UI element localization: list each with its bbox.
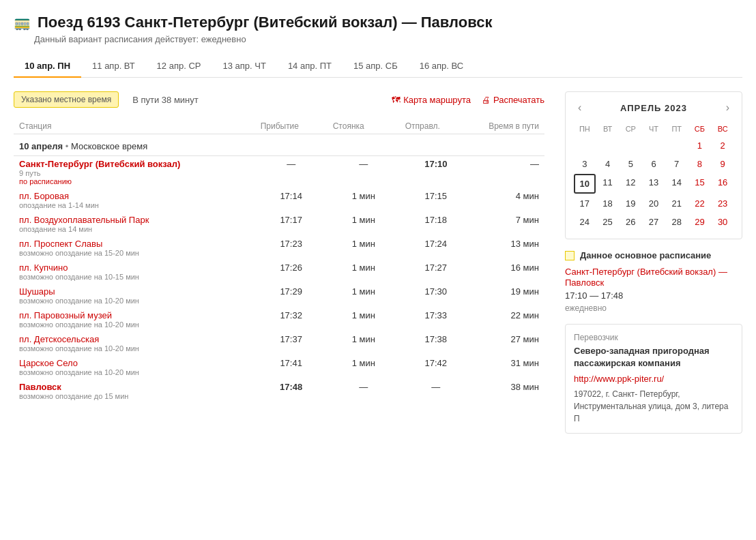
travel-5: 19 мин	[472, 284, 544, 308]
cal-day-10[interactable]: 10	[574, 174, 596, 194]
map-link[interactable]: 🗺 Карта маршрута	[392, 95, 471, 105]
travel-0: —	[472, 156, 544, 189]
col-header-station: Станция	[14, 119, 255, 134]
cal-day-25[interactable]: 25	[597, 213, 619, 230]
cal-day-empty	[643, 137, 665, 154]
cal-header-ПТ: ПТ	[666, 122, 688, 136]
stop-4: 1 мин	[328, 260, 400, 284]
tab-4[interactable]: 14 апр. ПТ	[277, 55, 343, 77]
cal-day-11[interactable]: 11	[597, 174, 619, 194]
carrier-address: 197022, г. Санкт- Петербург, Инструмента…	[574, 388, 733, 425]
cal-day-8[interactable]: 8	[689, 155, 711, 172]
station-link-9[interactable]: Павловск	[19, 382, 61, 392]
depart-1: 17:15	[400, 188, 472, 212]
schedule-table: Станция Прибытие Стоянка Отправл. Время …	[14, 119, 544, 403]
cal-day-5[interactable]: 5	[620, 155, 641, 172]
cal-day-21[interactable]: 21	[666, 195, 688, 212]
cal-day-2[interactable]: 2	[712, 137, 733, 154]
cal-day-empty	[597, 137, 619, 154]
cal-day-16[interactable]: 16	[712, 174, 733, 194]
depart-2: 17:18	[400, 212, 472, 236]
cal-day-23[interactable]: 23	[712, 195, 733, 212]
station-link-0[interactable]: Санкт-Петербург (Витебский вокзал)	[19, 159, 180, 169]
table-row: пл. Детскосельскаявозможно опоздание на …	[14, 331, 544, 355]
stop-3: 1 мин	[328, 236, 400, 260]
station-link-3[interactable]: пл. Проспект Славы	[19, 239, 102, 249]
carrier-label: Перевозчик	[574, 333, 733, 342]
cal-day-4[interactable]: 4	[597, 155, 619, 172]
travel-6: 22 мин	[472, 308, 544, 331]
cal-day-9[interactable]: 9	[712, 155, 733, 172]
calendar: ‹ АПРЕЛЬ 2023 › ПНВТСРЧТПТСБВС1234567891…	[565, 91, 742, 239]
station-link-2[interactable]: пл. Воздухоплавательный Парк	[19, 215, 149, 225]
col-header-stop: Стоянка	[328, 119, 400, 134]
cal-day-12[interactable]: 12	[620, 174, 641, 194]
tab-0[interactable]: 10 апр. ПН	[14, 55, 81, 78]
tab-3[interactable]: 13 апр. ЧТ	[212, 55, 276, 77]
station-link-7[interactable]: пл. Детскосельская	[19, 334, 99, 344]
arrival-8: 17:41	[255, 355, 328, 379]
station-link-4[interactable]: пл. Купчино	[19, 262, 68, 273]
stop-9: —	[328, 379, 400, 403]
cal-day-15[interactable]: 15	[689, 174, 711, 194]
table-row: пл. Бороваяопоздание на 1-14 мин17:141 м…	[14, 188, 544, 212]
station-note-4: возможно опоздание на 10-15 мин	[19, 273, 250, 281]
depart-0: 17:10	[400, 156, 472, 189]
station-note-5: возможно опоздание на 10-20 мин	[19, 297, 250, 305]
cal-prev-button[interactable]: ‹	[574, 100, 585, 115]
depart-5: 17:30	[400, 284, 472, 308]
schedule-info: Данное основное расписание Санкт-Петербу…	[565, 250, 742, 313]
cal-day-6[interactable]: 6	[643, 155, 665, 172]
legend-box	[565, 251, 575, 260]
schedule-route-link[interactable]: Санкт-Петербург (Витебский вокзал) — Пав…	[565, 267, 727, 288]
tab-5[interactable]: 15 апр. СБ	[343, 55, 409, 77]
arrival-0: —	[255, 156, 328, 189]
cal-day-27[interactable]: 27	[643, 213, 665, 230]
cal-day-28[interactable]: 28	[666, 213, 688, 230]
calendar-title: АПРЕЛЬ 2023	[620, 103, 687, 113]
print-link[interactable]: 🖨 Распечатать	[482, 95, 544, 105]
title-text: Поезд 6193 Санкт-Петербург (Витебский во…	[38, 14, 492, 31]
station-link-8[interactable]: Царское Село	[19, 358, 78, 368]
travel-3: 13 мин	[472, 236, 544, 260]
cal-header-ЧТ: ЧТ	[643, 122, 665, 136]
tab-1[interactable]: 11 апр. ВТ	[81, 55, 146, 77]
cal-day-1[interactable]: 1	[689, 137, 711, 154]
cal-day-17[interactable]: 17	[574, 195, 596, 212]
station-link-6[interactable]: пл. Паровозный музей	[19, 310, 112, 320]
cal-day-30[interactable]: 30	[712, 213, 733, 230]
arrival-7: 17:37	[255, 331, 328, 355]
cal-day-13[interactable]: 13	[643, 174, 665, 194]
local-time-badge: Указано местное время	[14, 91, 119, 108]
carrier-link[interactable]: http://www.ppk-piter.ru/	[574, 374, 664, 384]
cal-next-button[interactable]: ›	[722, 100, 733, 115]
tab-2[interactable]: 12 апр. СР	[146, 55, 212, 77]
page-title: 🚃 Поезд 6193 Санкт-Петербург (Витебский …	[14, 14, 742, 31]
station-note-0: 9 путь	[19, 169, 250, 177]
travel-7: 27 мин	[472, 331, 544, 355]
cal-day-18[interactable]: 18	[597, 195, 619, 212]
cal-day-26[interactable]: 26	[620, 213, 641, 230]
main-layout: Указано местное время В пути 38 минут 🗺 …	[14, 91, 742, 434]
map-icon: 🗺	[392, 95, 401, 105]
travel-8: 31 мин	[472, 355, 544, 379]
cal-day-19[interactable]: 19	[620, 195, 641, 212]
tab-6[interactable]: 16 апр. ВС	[409, 55, 474, 77]
arrival-4: 17:26	[255, 260, 328, 284]
cal-day-3[interactable]: 3	[574, 155, 596, 172]
cal-day-22[interactable]: 22	[689, 195, 711, 212]
calendar-grid: ПНВТСРЧТПТСБВС12345678910111213141516171…	[574, 122, 733, 230]
station-note-6: возможно опоздание на 10-20 мин	[19, 320, 250, 329]
cal-day-7[interactable]: 7	[666, 155, 688, 172]
cal-day-29[interactable]: 29	[689, 213, 711, 230]
table-row: Павловсквозможно опоздание до 15 мин17:4…	[14, 379, 544, 403]
cal-day-20[interactable]: 20	[643, 195, 665, 212]
depart-7: 17:38	[400, 331, 472, 355]
left-panel: Указано местное время В пути 38 минут 🗺 …	[14, 91, 544, 434]
travel-9: 38 мин	[472, 379, 544, 403]
cal-day-24[interactable]: 24	[574, 213, 596, 230]
stop-7: 1 мин	[328, 331, 400, 355]
cal-day-14[interactable]: 14	[666, 174, 688, 194]
station-link-5[interactable]: Шушары	[19, 286, 55, 297]
station-link-1[interactable]: пл. Боровая	[19, 191, 69, 201]
